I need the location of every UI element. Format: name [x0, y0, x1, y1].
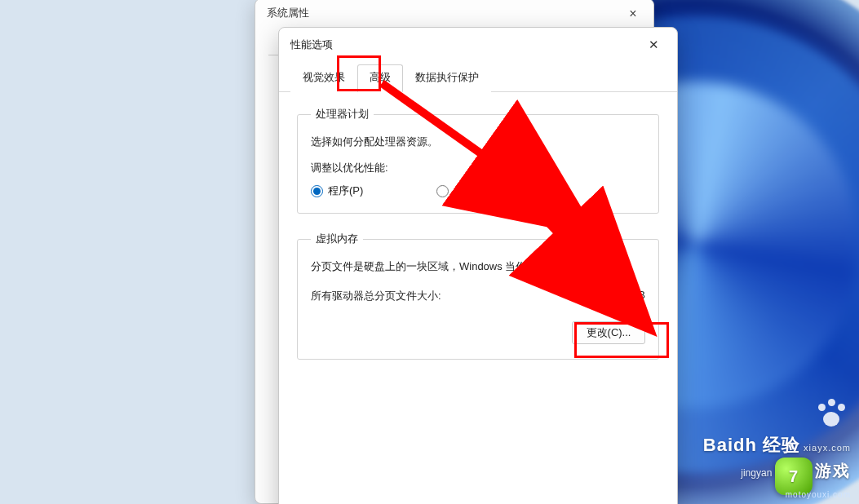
vm-total-row: 所有驱动器总分页文件大小: 1408 MB: [311, 289, 645, 303]
sysprop-title: 系统属性: [255, 0, 653, 24]
performance-options-dialog: 性能选项 ✕ 视觉效果 高级 数据执行保护 处理器计划 选择如何分配处理器资源。…: [278, 27, 678, 504]
virtual-memory-group: 虚拟内存 分页文件是硬盘上的一块区域，Windows 当作 RAM 使用。 所有…: [297, 232, 659, 360]
processor-schedule-group: 处理器计划 选择如何分配处理器资源。 调整以优化性能: 程序(P) 后台服务(S…: [297, 107, 659, 214]
change-button[interactable]: 更改(C)...: [572, 321, 645, 344]
perf-body: 处理器计划 选择如何分配处理器资源。 调整以优化性能: 程序(P) 后台服务(S…: [279, 92, 677, 392]
perf-title: 性能选项: [290, 38, 333, 52]
tab-dep[interactable]: 数据执行保护: [403, 64, 491, 92]
close-icon[interactable]: ✕: [640, 34, 667, 55]
perf-tabs: 视觉效果 高级 数据执行保护: [279, 60, 677, 92]
tab-advanced[interactable]: 高级: [357, 64, 403, 92]
vm-legend: 虚拟内存: [311, 232, 363, 246]
processor-radio-row: 程序(P) 后台服务(S): [311, 183, 645, 198]
processor-desc: 选择如何分配处理器资源。: [311, 135, 645, 149]
perf-titlebar: 性能选项 ✕: [279, 28, 677, 60]
processor-legend: 处理器计划: [311, 107, 374, 122]
radio-background-services[interactable]: 后台服务(S): [436, 183, 510, 198]
processor-optimize-label: 调整以优化性能:: [311, 161, 645, 175]
vm-total-value: 1408 MB: [603, 289, 645, 303]
radio-programs-label: 程序(P): [328, 183, 363, 198]
vm-total-label: 所有驱动器总分页文件大小:: [311, 289, 441, 303]
radio-programs[interactable]: 程序(P): [311, 183, 363, 198]
sysprop-close-button[interactable]: ×: [618, 2, 649, 25]
tab-visual-effects[interactable]: 视觉效果: [290, 64, 357, 92]
vm-desc: 分页文件是硬盘上的一块区域，Windows 当作 RAM 使用。: [311, 259, 645, 274]
radio-programs-input[interactable]: [311, 185, 323, 197]
radio-services-input[interactable]: [436, 185, 449, 197]
radio-services-label: 后台服务(S): [454, 183, 510, 198]
